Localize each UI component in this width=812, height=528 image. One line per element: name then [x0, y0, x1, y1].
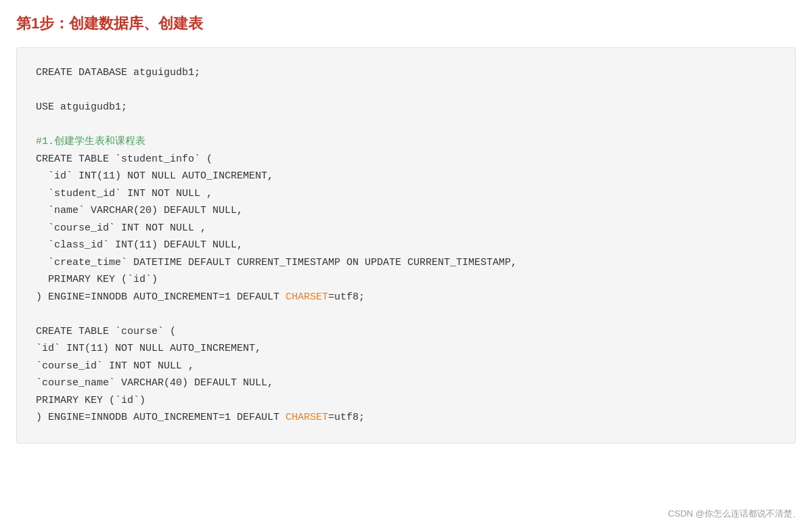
- page-title: 第1步：创建数据库、创建表: [16, 14, 796, 34]
- code-line-11: `create_time` DATETIME DEFAULT CURRENT_T…: [36, 257, 517, 268]
- charset-kw-13: CHARSET: [286, 291, 328, 303]
- engine-line-13: ) ENGINE=INNODB AUTO_INCREMENT=1 DEFAULT…: [36, 291, 365, 303]
- page-container: 第1步：创建数据库、创建表 CREATE DATABASE atguigudb1…: [0, 0, 812, 457]
- code-line-2: USE atguigudb1;: [36, 101, 127, 113]
- code-line-10: `class_id` INT(11) DEFAULT NULL,: [36, 239, 243, 251]
- code-line-18: `course_name` VARCHAR(40) DEFAULT NULL,: [36, 377, 273, 389]
- code-line-12: PRIMARY KEY (`id`): [36, 274, 158, 285]
- charset-kw-20: CHARSET: [286, 412, 328, 423]
- code-line-17: `course_id` INT NOT NULL ,: [36, 360, 194, 372]
- code-line-19: PRIMARY KEY (`id`): [36, 395, 145, 406]
- engine-line-20: ) ENGINE=INNODB AUTO_INCREMENT=1 DEFAULT…: [36, 412, 365, 423]
- code-line-5: CREATE TABLE `student_info` (: [36, 153, 212, 165]
- code-line-8: `name` VARCHAR(20) DEFAULT NULL,: [36, 205, 243, 216]
- watermark: CSDN @你怎么连话都说不清楚、: [668, 508, 801, 520]
- code-line-0: CREATE DATABASE atguigudb1;: [36, 67, 200, 78]
- code-line-16: `id` INT(11) NOT NULL AUTO_INCREMENT,: [36, 343, 261, 354]
- code-line-9: `course_id` INT NOT NULL ,: [36, 222, 206, 234]
- comment-line-4: #1.创建学生表和课程表: [36, 136, 145, 147]
- code-line-15: CREATE TABLE `course` (: [36, 326, 176, 337]
- code-line-6: `id` INT(11) NOT NULL AUTO_INCREMENT,: [36, 170, 273, 182]
- code-line-7: `student_id` INT NOT NULL ,: [36, 188, 212, 199]
- code-block: CREATE DATABASE atguigudb1; USE atguigud…: [16, 47, 796, 443]
